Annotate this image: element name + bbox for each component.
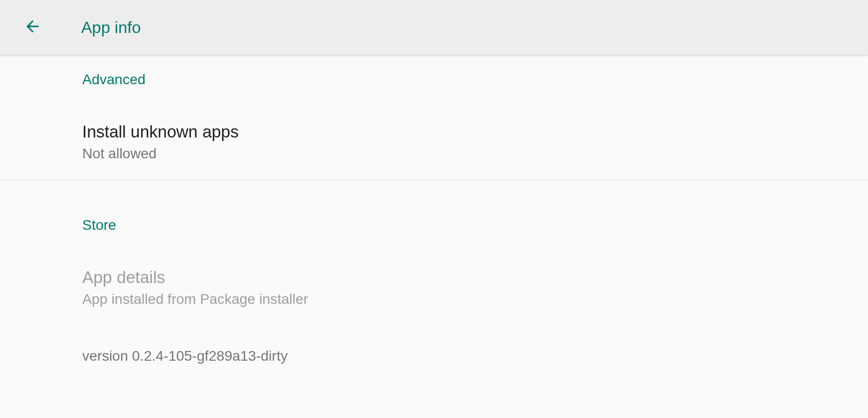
app-bar: App info bbox=[0, 0, 868, 55]
content-area: Advanced Install unknown apps Not allowe… bbox=[0, 55, 868, 374]
version-text: version 0.2.4-105-gf289a13-dirty bbox=[82, 348, 848, 364]
page-title: App info bbox=[81, 18, 141, 37]
install-unknown-apps-title: Install unknown apps bbox=[82, 122, 848, 142]
install-unknown-apps-subtitle: Not allowed bbox=[82, 146, 848, 162]
advanced-section-header: Advanced bbox=[82, 55, 848, 98]
version-item[interactable]: version 0.2.4-105-gf289a13-dirty bbox=[82, 326, 848, 374]
advanced-section: Advanced Install unknown apps Not allowe… bbox=[0, 55, 868, 180]
app-details-item: App details App installed from Package i… bbox=[82, 243, 848, 326]
app-details-title: App details bbox=[82, 268, 848, 287]
store-section-header: Store bbox=[82, 181, 848, 243]
install-unknown-apps-item[interactable]: Install unknown apps Not allowed bbox=[82, 98, 848, 180]
store-section: Store App details App installed from Pac… bbox=[0, 181, 868, 374]
back-button[interactable] bbox=[20, 15, 45, 40]
arrow-back-icon bbox=[23, 17, 42, 38]
app-details-subtitle: App installed from Package installer bbox=[82, 291, 848, 307]
